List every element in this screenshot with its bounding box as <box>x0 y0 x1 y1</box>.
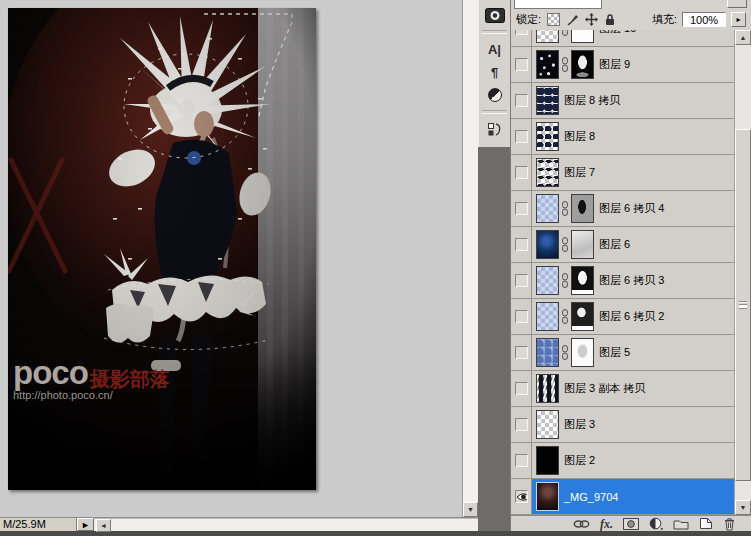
paragraph-panel-icon[interactable]: ¶ <box>482 61 508 83</box>
lock-transparency-button[interactable] <box>546 13 560 27</box>
layer-mask-thumbnail[interactable] <box>571 302 594 331</box>
layer-row-10[interactable]: 图层 5 <box>511 335 734 371</box>
layer-thumbnail[interactable] <box>536 446 559 475</box>
thumbnail-mask-link[interactable] <box>559 273 571 288</box>
lock-all-button[interactable] <box>603 13 617 27</box>
visibility-toggle[interactable] <box>511 479 532 514</box>
add-layer-mask-button[interactable] <box>623 517 639 531</box>
visibility-toggle[interactable] <box>511 335 532 370</box>
lock-paint-button[interactable] <box>565 13 579 27</box>
scroll-down-button[interactable]: ▼ <box>463 502 478 517</box>
layer-thumbnail[interactable] <box>536 482 559 511</box>
visibility-toggle[interactable] <box>511 371 532 406</box>
layers-scrollbar[interactable]: ▲ ▼ <box>734 30 751 515</box>
layer-thumbnail[interactable] <box>536 338 559 367</box>
visibility-toggle[interactable] <box>511 299 532 334</box>
opacity-dropdown-partial[interactable] <box>727 0 747 8</box>
layer-thumbnail[interactable] <box>536 122 559 151</box>
layer-row-9[interactable]: 图层 6 拷贝 2 <box>511 299 734 335</box>
layers-scrollbar-thumb[interactable] <box>735 129 751 481</box>
layer-row-8[interactable]: 图层 6 拷贝 3 <box>511 263 734 299</box>
eye-empty-well[interactable] <box>515 94 528 107</box>
document-canvas[interactable]: poco 摄影部落 http://photo.poco.cn/ <box>8 8 316 490</box>
layers-scroll-down-button[interactable]: ▼ <box>735 500 751 515</box>
layer-mask-thumbnail[interactable] <box>571 30 594 43</box>
eye-empty-well[interactable] <box>515 274 528 287</box>
eye-visible-indicator[interactable] <box>515 490 528 503</box>
layer-name[interactable]: 图层 9 <box>594 57 630 72</box>
layer-row-7[interactable]: 图层 6 <box>511 227 734 263</box>
visibility-toggle[interactable] <box>511 119 532 154</box>
camera-panel-icon[interactable] <box>482 4 508 26</box>
eye-empty-well[interactable] <box>515 58 528 71</box>
layer-name[interactable]: 图层 3 <box>559 417 595 432</box>
visibility-toggle[interactable] <box>511 443 532 478</box>
blend-mode-dropdown-partial[interactable] <box>514 0 602 9</box>
adjustment-panel-icon[interactable] <box>482 84 508 106</box>
visibility-toggle[interactable] <box>511 30 532 46</box>
layer-name[interactable]: 图层 7 <box>559 165 595 180</box>
layer-name[interactable]: 图层 10 <box>594 30 636 36</box>
layer-name[interactable]: 图层 2 <box>559 453 595 468</box>
new-layer-button[interactable] <box>699 517 713 531</box>
layer-thumbnail[interactable] <box>536 158 559 187</box>
layer-name[interactable]: _MG_9704 <box>559 491 618 503</box>
fill-input[interactable]: 100% <box>682 12 726 27</box>
layer-row-11[interactable]: 图层 3 副本 拷贝 <box>511 371 734 407</box>
layer-row-14[interactable]: _MG_9704 <box>511 479 734 515</box>
delete-layer-button[interactable] <box>723 517 736 531</box>
eye-empty-well[interactable] <box>515 238 528 251</box>
layers-scroll-up-button[interactable]: ▲ <box>735 30 751 45</box>
layer-name[interactable]: 图层 8 拷贝 <box>559 93 620 108</box>
visibility-toggle[interactable] <box>511 191 532 226</box>
layer-thumbnail[interactable] <box>536 30 559 43</box>
visibility-toggle[interactable] <box>511 263 532 298</box>
status-menu-button[interactable]: ► <box>77 518 94 531</box>
fill-dropdown-button[interactable]: ▸ <box>731 12 746 27</box>
scroll-left-button[interactable]: ◄ <box>96 519 111 532</box>
new-group-button[interactable] <box>673 517 689 531</box>
visibility-toggle[interactable] <box>511 83 532 118</box>
thumbnail-mask-link[interactable] <box>559 309 571 324</box>
layer-row-4[interactable]: 图层 8 <box>511 119 734 155</box>
link-layers-button[interactable] <box>573 517 590 531</box>
layer-mask-thumbnail[interactable] <box>571 230 594 259</box>
lock-position-button[interactable] <box>584 13 598 27</box>
layer-row-6[interactable]: 图层 6 拷贝 4 <box>511 191 734 227</box>
visibility-toggle[interactable] <box>511 47 532 82</box>
layer-mask-thumbnail[interactable] <box>571 50 594 79</box>
layer-thumbnail[interactable] <box>536 194 559 223</box>
layer-thumbnail[interactable] <box>536 230 559 259</box>
eye-empty-well[interactable] <box>515 346 528 359</box>
layer-row-13[interactable]: 图层 2 <box>511 443 734 479</box>
layer-thumbnail[interactable] <box>536 266 559 295</box>
visibility-toggle[interactable] <box>511 407 532 442</box>
eye-empty-well[interactable] <box>515 310 528 323</box>
document-vertical-scrollbar[interactable]: ▼ <box>462 0 478 517</box>
layer-thumbnail[interactable] <box>536 374 559 403</box>
thumbnail-mask-link[interactable] <box>559 237 571 252</box>
layer-thumbnail[interactable] <box>536 86 559 115</box>
eye-empty-well[interactable] <box>515 418 528 431</box>
eye-empty-well[interactable] <box>515 166 528 179</box>
thumbnail-mask-link[interactable] <box>559 201 571 216</box>
visibility-toggle[interactable] <box>511 155 532 190</box>
layer-thumbnail[interactable] <box>536 50 559 79</box>
layer-style-button[interactable]: fx. <box>600 517 613 531</box>
adjustment-layer-button[interactable] <box>649 517 663 531</box>
eye-empty-well[interactable] <box>515 382 528 395</box>
eye-empty-well[interactable] <box>515 454 528 467</box>
layer-name[interactable]: 图层 3 副本 拷贝 <box>559 381 645 396</box>
layer-row-5[interactable]: 图层 7 <box>511 155 734 191</box>
eye-empty-well[interactable] <box>515 130 528 143</box>
layer-name[interactable]: 图层 6 <box>594 237 630 252</box>
layer-name[interactable]: 图层 5 <box>594 345 630 360</box>
layer-name[interactable]: 图层 6 拷贝 2 <box>594 309 664 324</box>
layer-name[interactable]: 图层 8 <box>559 129 595 144</box>
thumbnail-mask-link[interactable] <box>559 345 571 360</box>
layer-comps-panel-icon[interactable] <box>482 118 508 140</box>
thumbnail-mask-link[interactable] <box>559 30 571 36</box>
layer-thumbnail[interactable] <box>536 302 559 331</box>
thumbnail-mask-link[interactable] <box>559 57 571 72</box>
layer-mask-thumbnail[interactable] <box>571 194 594 223</box>
